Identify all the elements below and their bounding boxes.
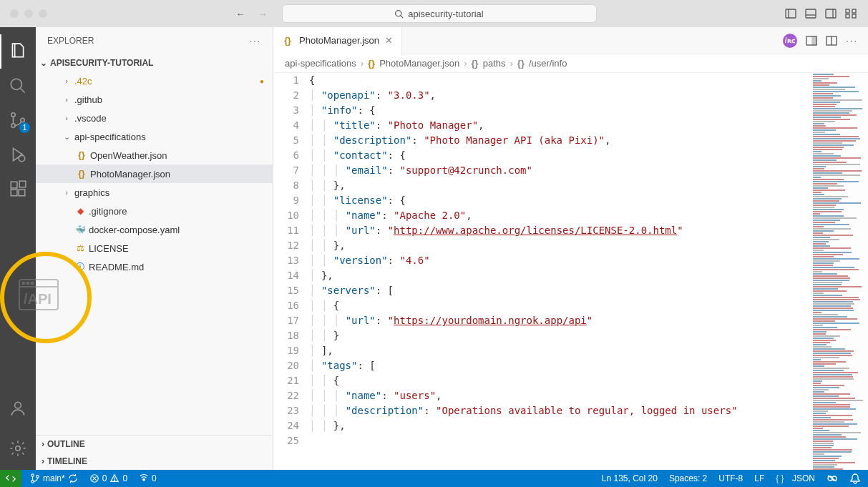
folder-api-specs[interactable]: ⌄api-specifications <box>36 127 273 146</box>
outline-section[interactable]: ›OUTLINE <box>36 436 273 453</box>
file-label: PhotoManager.json <box>90 169 170 179</box>
activity-explorer[interactable] <box>0 34 36 69</box>
timeline-section[interactable]: ›TIMELINE <box>36 453 273 470</box>
layout-customize-icon[interactable] <box>845 8 857 19</box>
search-icon <box>9 77 27 95</box>
file-label: LICENSE <box>89 243 129 254</box>
activity-account[interactable] <box>0 391 36 425</box>
nav-forward-icon[interactable]: → <box>258 9 268 19</box>
language-mode[interactable]: { } JSON <box>776 473 815 483</box>
file-gitignore[interactable]: ◆.gitignore <box>36 202 273 220</box>
svg-point-23 <box>15 402 21 408</box>
file-license[interactable]: ⚖LICENSE <box>36 239 273 257</box>
chevron-right-icon: › <box>510 58 513 69</box>
breadcrumb-item[interactable]: api-specifications <box>285 58 356 69</box>
editor-body[interactable]: 1234567891011121314151617181920212223242… <box>273 73 868 470</box>
layout-secondary-icon[interactable] <box>825 8 837 19</box>
gear-icon <box>9 439 27 458</box>
breadcrumb-item[interactable]: /user/info <box>529 58 567 69</box>
chevron-right-icon: › <box>42 439 44 449</box>
svg-point-18 <box>19 155 25 162</box>
more-icon[interactable]: ··· <box>846 35 858 46</box>
bell-icon[interactable] <box>849 473 861 484</box>
svg-point-43 <box>143 478 145 481</box>
branch-icon <box>30 473 40 483</box>
chevron-right-icon: › <box>361 58 364 69</box>
warning-icon <box>109 473 120 483</box>
cursor-position[interactable]: Ln 135, Col 20 <box>602 473 658 483</box>
window-controls <box>0 9 47 18</box>
eol[interactable]: LF <box>754 473 764 483</box>
activity-settings[interactable] <box>0 431 36 466</box>
line-gutter: 1234567891011121314151617181920212223242… <box>273 73 309 470</box>
minimap[interactable] <box>811 73 868 470</box>
svg-point-12 <box>11 79 21 89</box>
folder-github[interactable]: ›.github <box>36 90 273 109</box>
git-icon: ◆ <box>74 206 86 216</box>
file-photomanager[interactable]: {}PhotoManager.json <box>36 164 273 183</box>
license-icon: ⚖ <box>74 243 86 253</box>
nav-history: ← → <box>236 9 268 19</box>
section-label: OUTLINE <box>47 439 85 449</box>
encoding[interactable]: UTF-8 <box>718 473 743 483</box>
extensions-icon <box>9 179 27 198</box>
chevron-right-icon: › <box>62 95 72 104</box>
minimize-window[interactable] <box>24 9 33 18</box>
remote-indicator[interactable] <box>0 470 21 487</box>
extension-badge-icon[interactable]: /ʀᴄ <box>783 34 797 48</box>
error-count: 0 <box>102 473 107 483</box>
error-icon <box>89 473 99 483</box>
json-icon: {} <box>76 150 87 160</box>
maximize-window[interactable] <box>39 9 47 18</box>
code-content[interactable]: {│ "openapi": "3.0.3",│ "info": {│ │ "ti… <box>309 73 811 470</box>
editor-area: {} PhotoManager.json ✕ /ʀᴄ ··· api-speci… <box>273 27 868 470</box>
folder-graphics[interactable]: ›graphics <box>36 183 273 202</box>
svg-line-1 <box>401 15 403 17</box>
file-openweather[interactable]: {}OpenWeather.json <box>36 146 273 164</box>
search-icon <box>394 9 404 19</box>
close-icon[interactable]: ✕ <box>385 35 393 46</box>
layout-primary-icon[interactable] <box>785 8 796 19</box>
file-docker[interactable]: 🐳docker-compose.yaml <box>36 220 273 239</box>
svg-point-16 <box>21 118 24 122</box>
folder-42c[interactable]: ›.42c <box>36 72 273 90</box>
sidebar: EXPLORER ··· ⌄ APISECURITY-TUTORIAL ›.42… <box>36 27 273 470</box>
svg-point-14 <box>11 113 15 117</box>
json-icon: {} <box>76 169 87 179</box>
folder-vscode[interactable]: ›.vscode <box>36 109 273 127</box>
section-label: TIMELINE <box>47 456 87 466</box>
project-section[interactable]: ⌄ APISECURITY-TUTORIAL <box>36 54 273 72</box>
breadcrumb-item[interactable]: paths <box>483 58 506 69</box>
activity-debug[interactable] <box>0 137 36 172</box>
close-window[interactable] <box>10 9 19 18</box>
tab-photomanager[interactable]: {} PhotoManager.json ✕ <box>273 27 402 54</box>
tab-actions: /ʀᴄ ··· <box>783 34 868 48</box>
folder-label: api-specifications <box>74 132 146 142</box>
split-right-icon[interactable] <box>806 35 817 46</box>
docker-icon: 🐳 <box>74 225 86 235</box>
more-icon[interactable]: ··· <box>250 36 261 46</box>
copilot-icon[interactable] <box>826 473 838 484</box>
chevron-right-icon: › <box>62 77 72 85</box>
svg-rect-19 <box>11 182 17 188</box>
files-icon <box>9 42 27 61</box>
svg-point-0 <box>396 10 401 16</box>
layout-panel-icon[interactable] <box>805 8 816 19</box>
command-center-text: apisecurity-tutorial <box>408 9 484 19</box>
file-label: .gitignore <box>89 206 127 217</box>
breadcrumb-item[interactable]: PhotoManager.json <box>379 58 459 69</box>
git-branch[interactable]: main* <box>30 473 78 483</box>
breadcrumbs[interactable]: api-specifications › {} PhotoManager.jso… <box>273 54 868 73</box>
ports-count: 0 <box>152 473 157 483</box>
ports[interactable]: 0 <box>139 473 157 483</box>
file-readme[interactable]: ⓘREADME.md <box>36 257 273 276</box>
svg-point-36 <box>31 481 34 483</box>
activity-scm[interactable]: 1 <box>0 103 36 137</box>
nav-back-icon[interactable]: ← <box>236 9 245 19</box>
activity-search[interactable] <box>0 69 36 103</box>
activity-extensions[interactable] <box>0 172 36 206</box>
command-center[interactable]: apisecurity-tutorial <box>282 4 597 23</box>
split-editor-icon[interactable] <box>826 35 837 46</box>
indentation[interactable]: Spaces: 2 <box>669 473 707 483</box>
problems[interactable]: 0 0 <box>89 473 127 483</box>
